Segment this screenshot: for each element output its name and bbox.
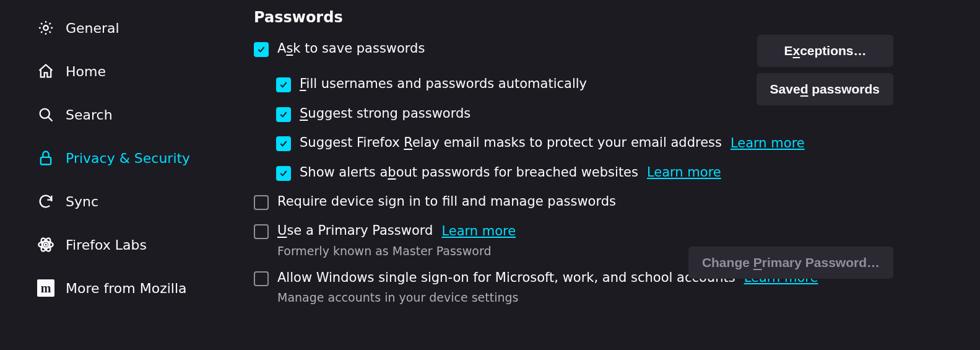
relay-row: Suggest Firefox Relay email masks to pro… — [254, 134, 893, 152]
svg-point-0 — [43, 25, 48, 30]
sidebar-item-label: Firefox Labs — [66, 237, 147, 253]
ask-save-checkbox[interactable] — [254, 42, 269, 57]
suggest-strong-row: Suggest strong passwords — [254, 105, 893, 123]
section-title-passwords: Passwords — [254, 9, 893, 26]
gear-icon — [37, 19, 54, 37]
sync-icon — [37, 193, 54, 210]
primary-pw-learn-more-link[interactable]: Learn more — [441, 224, 516, 238]
mozilla-icon: m — [37, 279, 54, 297]
suggest-strong-label: Suggest strong passwords — [300, 105, 470, 123]
breach-checkbox[interactable] — [276, 166, 291, 181]
sso-description: Manage accounts in your device settings — [277, 291, 818, 304]
settings-panel: Passwords Exceptions… Saved passwords Ch… — [254, 0, 980, 350]
breach-learn-more-link[interactable]: Learn more — [647, 165, 721, 180]
require-signin-row: Require device sign in to fill and manag… — [254, 193, 893, 211]
require-signin-label: Require device sign in to fill and manag… — [277, 193, 616, 211]
relay-label: Suggest Firefox Relay email masks to pro… — [300, 134, 722, 152]
sidebar-item-label: General — [66, 20, 119, 36]
fill-auto-checkbox[interactable] — [276, 77, 291, 92]
atom-icon — [37, 236, 54, 253]
sidebar-item-label: Sync — [66, 194, 98, 209]
suggest-strong-checkbox[interactable] — [276, 107, 291, 122]
sidebar-item-label: More from Mozilla — [66, 281, 187, 296]
breach-row: Show alerts about passwords for breached… — [254, 164, 893, 182]
primary-pw-checkbox[interactable] — [254, 224, 269, 239]
home-icon — [37, 63, 54, 80]
svg-point-3 — [45, 243, 48, 247]
sidebar-item-labs[interactable]: Firefox Labs — [37, 223, 254, 266]
sidebar-item-label: Home — [66, 64, 106, 79]
sso-checkbox[interactable] — [254, 271, 269, 286]
relay-learn-more-link[interactable]: Learn more — [731, 136, 805, 151]
fill-auto-label: Fill usernames and passwords automatical… — [300, 75, 587, 93]
primary-pw-label: Use a Primary Password — [277, 222, 433, 240]
sidebar-item-general[interactable]: General — [37, 6, 254, 50]
sidebar-item-sync[interactable]: Sync — [37, 180, 254, 223]
sidebar-item-search[interactable]: Search — [37, 93, 254, 136]
settings-sidebar: General Home Search Privacy & Security S… — [0, 0, 254, 350]
exceptions-button[interactable]: Exceptions… — [757, 35, 893, 67]
sso-label: Allow Windows single sign-on for Microso… — [277, 269, 735, 287]
primary-pw-description: Formerly known as Master Password — [277, 244, 516, 258]
breach-label: Show alerts about passwords for breached… — [300, 164, 638, 182]
svg-rect-2 — [41, 157, 51, 165]
sidebar-item-label: Search — [66, 107, 113, 123]
lock-icon — [37, 149, 54, 167]
ask-save-label: Ask to save passwords — [277, 40, 425, 58]
svg-point-1 — [40, 109, 50, 118]
sidebar-item-label: Privacy & Security — [66, 151, 190, 166]
search-icon — [37, 106, 54, 123]
require-signin-checkbox[interactable] — [254, 195, 269, 210]
sidebar-item-privacy[interactable]: Privacy & Security — [37, 136, 254, 180]
sidebar-item-home[interactable]: Home — [37, 50, 254, 93]
change-primary-password-button: Change Primary Password… — [688, 247, 893, 279]
relay-checkbox[interactable] — [276, 136, 291, 151]
sidebar-item-mozilla[interactable]: m More from Mozilla — [37, 266, 254, 310]
saved-passwords-button[interactable]: Saved passwords — [757, 73, 893, 105]
